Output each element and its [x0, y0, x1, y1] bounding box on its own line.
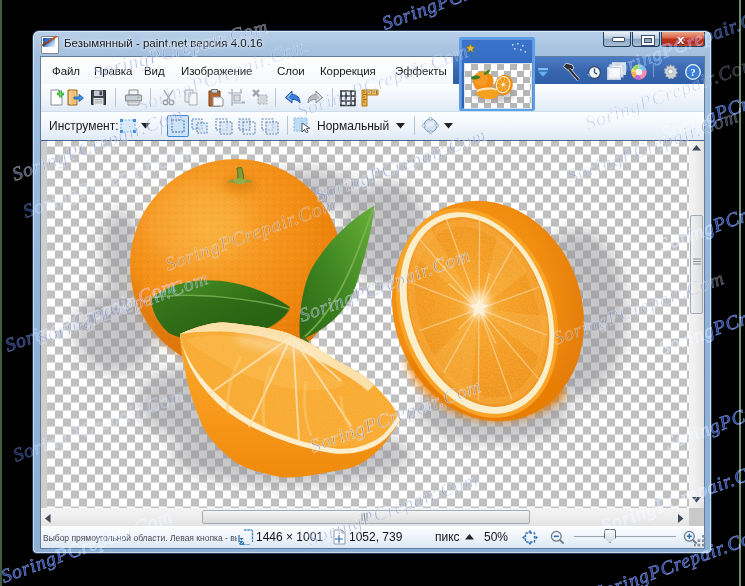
svg-text:?: ? — [690, 66, 696, 78]
svg-text:SoringPCrepair.Com: SoringPCrepair.Com — [379, 0, 556, 34]
